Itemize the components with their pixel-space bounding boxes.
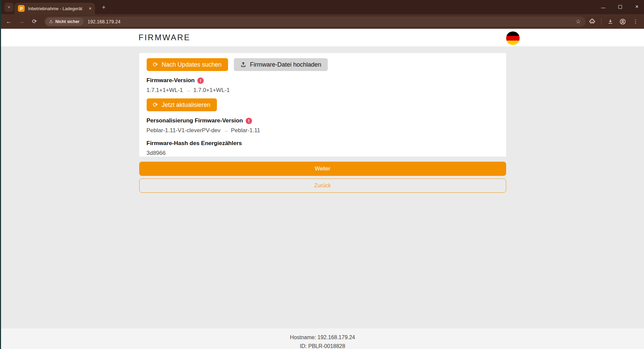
arrow-right-icon: → <box>183 87 193 93</box>
firmware-version-label-row: Firmware-Version ! <box>147 77 499 84</box>
address-bar[interactable]: ⚠ Nicht sicher 192.168.179.24 ☆ <box>44 17 586 27</box>
german-flag-language-icon[interactable] <box>506 31 520 45</box>
window-close-button[interactable]: × <box>635 4 639 9</box>
refresh-icon: ⟳ <box>153 102 158 108</box>
firmware-version-value: 1.7.1+1+WL-1→1.7.0+1+WL-1 <box>147 87 499 94</box>
window-controls: × <box>601 0 639 14</box>
page-header: FIRMWARE <box>1 29 644 46</box>
toolbar-icons: ⋮ <box>589 18 639 25</box>
chevron-down-icon: ˅ <box>8 5 10 10</box>
warning-icon: ⚠ <box>49 19 53 24</box>
extensions-puzzle-icon[interactable] <box>589 18 595 25</box>
back-button[interactable]: ← <box>3 16 15 27</box>
upload-icon <box>240 62 246 68</box>
check-updates-label: Nach Updates suchen <box>162 61 222 68</box>
footer-device-id: ID: PBLR-0018828 <box>1 342 644 349</box>
firmware-version-label: Firmware-Version <box>147 77 195 84</box>
minimize-icon <box>601 6 605 8</box>
next-button[interactable]: Weiter <box>139 162 506 176</box>
update-now-label: Jetzt aktualisieren <box>162 101 210 109</box>
bookmark-star-icon[interactable]: ☆ <box>576 18 581 25</box>
page-title: FIRMWARE <box>139 29 191 46</box>
alert-badge-icon: ! <box>246 118 252 124</box>
arrow-right-icon: → <box>220 127 231 134</box>
personalization-target-version: Peblar-1.11 <box>231 127 260 134</box>
window-minimize-button[interactable] <box>601 4 605 9</box>
firmware-target-version: 1.7.0+1+WL-1 <box>193 87 230 93</box>
not-secure-chip[interactable]: ⚠ Nicht sicher <box>46 18 83 26</box>
back-step-button[interactable]: Zurück <box>139 179 506 193</box>
firmware-current-version: 1.7.1+1+WL-1 <box>147 87 183 93</box>
url-text[interactable]: 192.168.179.24 <box>88 19 576 24</box>
firmware-card: ⟳ Nach Updates suchen Firmware-Datei hoc… <box>139 53 506 157</box>
maximize-icon <box>618 5 622 9</box>
reload-button[interactable]: ⟳ <box>29 16 40 27</box>
forward-button[interactable]: → <box>16 16 27 27</box>
meter-hash-label: Firmware-Hash des Energiezählers <box>147 140 242 147</box>
refresh-icon: ⟳ <box>153 62 158 68</box>
footer-hostname: Hostname: 192.168.179.24 <box>1 333 644 342</box>
page-main: ⟳ Nach Updates suchen Firmware-Datei hoc… <box>1 53 644 328</box>
browser-tab[interactable]: P Inbetriebnahme - Ladegerät × <box>15 3 95 14</box>
browser-toolbar: ← → ⟳ ⚠ Nicht sicher 192.168.179.24 ☆ ⋮ <box>1 14 644 29</box>
tab-title: Inbetriebnahme - Ladegerät <box>28 6 86 11</box>
personalization-label-row: Personalisierung Firmware-Version ! <box>147 117 499 124</box>
profile-icon[interactable] <box>619 18 626 25</box>
not-secure-label: Nicht sicher <box>55 19 80 24</box>
window-maximize-button[interactable] <box>618 4 622 9</box>
tab-search-button[interactable]: ˅ <box>4 3 14 12</box>
menu-dots-icon[interactable]: ⋮ <box>632 18 639 25</box>
personalization-label: Personalisierung Firmware-Version <box>147 117 243 124</box>
new-tab-button[interactable]: + <box>100 3 108 11</box>
toolbar-separator <box>601 18 601 25</box>
alert-badge-icon: ! <box>197 77 204 84</box>
meter-hash-label-row: Firmware-Hash des Energiezählers <box>147 140 499 147</box>
browser-tabstrip: ˅ P Inbetriebnahme - Ladegerät × + × <box>1 0 644 14</box>
update-now-button[interactable]: ⟳ Jetzt aktualisieren <box>147 98 217 111</box>
personalization-value: Peblar-1.11-V1-cleverPV-dev→Peblar-1.11 <box>147 127 499 134</box>
check-updates-button[interactable]: ⟳ Nach Updates suchen <box>147 58 228 71</box>
meter-hash-value: 3d8966 <box>147 150 499 157</box>
close-icon: × <box>635 4 638 9</box>
personalization-current-version: Peblar-1.11-V1-cleverPV-dev <box>147 127 221 134</box>
downloads-icon[interactable] <box>607 18 614 25</box>
upload-firmware-label: Firmware-Datei hochladen <box>250 61 321 68</box>
site-favicon: P <box>18 5 25 12</box>
upload-firmware-button[interactable]: Firmware-Datei hochladen <box>234 58 328 71</box>
page-footer: Hostname: 192.168.179.24 ID: PBLR-001882… <box>1 328 644 349</box>
tab-close-icon[interactable]: × <box>89 6 92 11</box>
